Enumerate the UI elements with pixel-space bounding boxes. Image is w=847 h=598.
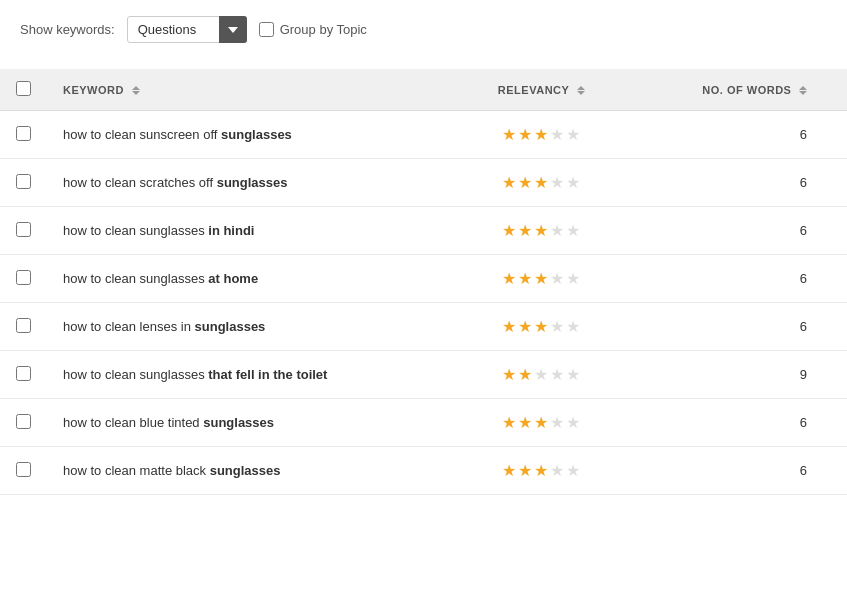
keyword-cell: how to clean matte black sunglasses: [47, 447, 459, 495]
header-no-of-words[interactable]: NO. OF WORDS: [624, 69, 847, 111]
star-filled: ★: [518, 461, 532, 480]
row-select-checkbox[interactable]: [16, 462, 31, 477]
words-cell: 6: [624, 159, 847, 207]
keywords-dropdown[interactable]: QuestionsAllInformationalNavigationalTra…: [127, 16, 247, 43]
star-filled: ★: [534, 125, 548, 144]
row-select-checkbox[interactable]: [16, 318, 31, 333]
star-empty: ★: [550, 173, 564, 192]
stars-rating: ★★★★★: [502, 365, 580, 384]
header-checkbox-cell: [0, 69, 47, 111]
star-filled: ★: [534, 269, 548, 288]
star-filled: ★: [518, 173, 532, 192]
relevancy-cell: ★★★★★: [459, 303, 624, 351]
keyword-cell: how to clean sunglasses that fell in the…: [47, 351, 459, 399]
keyword-cell: how to clean blue tinted sunglasses: [47, 399, 459, 447]
show-keywords-label: Show keywords:: [20, 22, 115, 37]
header-relevancy[interactable]: RELEVANCY: [459, 69, 624, 111]
relevancy-cell: ★★★★★: [459, 111, 624, 159]
relevancy-cell: ★★★★★: [459, 255, 624, 303]
star-empty: ★: [550, 221, 564, 240]
group-by-topic-checkbox-wrapper[interactable]: Group by Topic: [259, 22, 367, 37]
row-select-checkbox[interactable]: [16, 366, 31, 381]
relevancy-cell: ★★★★★: [459, 207, 624, 255]
row-select-checkbox[interactable]: [16, 270, 31, 285]
keyword-cell: how to clean scratches off sunglasses: [47, 159, 459, 207]
stars-rating: ★★★★★: [502, 173, 580, 192]
row-select-checkbox[interactable]: [16, 222, 31, 237]
stars-rating: ★★★★★: [502, 125, 580, 144]
keyword-sort-icon: [132, 86, 140, 95]
row-checkbox-cell: [0, 303, 47, 351]
row-checkbox-cell: [0, 255, 47, 303]
star-empty: ★: [566, 461, 580, 480]
keyword-cell: how to clean sunglasses at home: [47, 255, 459, 303]
relevancy-cell: ★★★★★: [459, 399, 624, 447]
star-filled: ★: [534, 317, 548, 336]
star-filled: ★: [518, 125, 532, 144]
toolbar: Show keywords: QuestionsAllInformational…: [0, 0, 847, 59]
words-cell: 9: [624, 351, 847, 399]
row-checkbox-cell: [0, 399, 47, 447]
words-cell: 6: [624, 399, 847, 447]
words-cell: 6: [624, 447, 847, 495]
stars-rating: ★★★★★: [502, 413, 580, 432]
star-filled: ★: [518, 221, 532, 240]
group-by-topic-checkbox[interactable]: [259, 22, 274, 37]
row-select-checkbox[interactable]: [16, 126, 31, 141]
table-row: how to clean blue tinted sunglasses★★★★★…: [0, 399, 847, 447]
star-empty: ★: [566, 269, 580, 288]
star-filled: ★: [534, 461, 548, 480]
star-empty: ★: [566, 413, 580, 432]
select-all-checkbox[interactable]: [16, 81, 31, 96]
star-filled: ★: [534, 173, 548, 192]
keywords-table: KEYWORD RELEVANCY NO. OF WORDS: [0, 69, 847, 495]
star-empty: ★: [550, 269, 564, 288]
table-row: how to clean sunscreen off sunglasses★★★…: [0, 111, 847, 159]
star-filled: ★: [534, 221, 548, 240]
table-row: how to clean sunglasses that fell in the…: [0, 351, 847, 399]
words-cell: 6: [624, 255, 847, 303]
header-row: KEYWORD RELEVANCY NO. OF WORDS: [0, 69, 847, 111]
star-empty: ★: [566, 365, 580, 384]
row-select-checkbox[interactable]: [16, 174, 31, 189]
header-keyword[interactable]: KEYWORD: [47, 69, 459, 111]
star-filled: ★: [518, 413, 532, 432]
row-select-checkbox[interactable]: [16, 414, 31, 429]
star-filled: ★: [502, 221, 516, 240]
star-empty: ★: [566, 173, 580, 192]
star-filled: ★: [502, 461, 516, 480]
star-empty: ★: [550, 317, 564, 336]
relevancy-sort-icon: [577, 86, 585, 95]
relevancy-cell: ★★★★★: [459, 159, 624, 207]
star-filled: ★: [518, 317, 532, 336]
table-row: how to clean scratches off sunglasses★★★…: [0, 159, 847, 207]
star-filled: ★: [502, 125, 516, 144]
star-filled: ★: [518, 269, 532, 288]
table-row: how to clean matte black sunglasses★★★★★…: [0, 447, 847, 495]
star-empty: ★: [534, 365, 548, 384]
keyword-cell: how to clean lenses in sunglasses: [47, 303, 459, 351]
star-empty: ★: [550, 125, 564, 144]
table-row: how to clean lenses in sunglasses★★★★★6: [0, 303, 847, 351]
star-filled: ★: [502, 365, 516, 384]
star-empty: ★: [566, 125, 580, 144]
star-empty: ★: [550, 365, 564, 384]
keywords-table-container: KEYWORD RELEVANCY NO. OF WORDS: [0, 69, 847, 495]
stars-rating: ★★★★★: [502, 269, 580, 288]
relevancy-cell: ★★★★★: [459, 351, 624, 399]
keyword-cell: how to clean sunscreen off sunglasses: [47, 111, 459, 159]
row-checkbox-cell: [0, 207, 47, 255]
star-empty: ★: [550, 413, 564, 432]
row-checkbox-cell: [0, 111, 47, 159]
words-cell: 6: [624, 111, 847, 159]
table-header: KEYWORD RELEVANCY NO. OF WORDS: [0, 69, 847, 111]
star-filled: ★: [534, 413, 548, 432]
table-row: how to clean sunglasses at home★★★★★6: [0, 255, 847, 303]
row-checkbox-cell: [0, 159, 47, 207]
star-empty: ★: [550, 461, 564, 480]
star-filled: ★: [502, 317, 516, 336]
star-empty: ★: [566, 317, 580, 336]
words-cell: 6: [624, 207, 847, 255]
relevancy-cell: ★★★★★: [459, 447, 624, 495]
words-cell: 6: [624, 303, 847, 351]
